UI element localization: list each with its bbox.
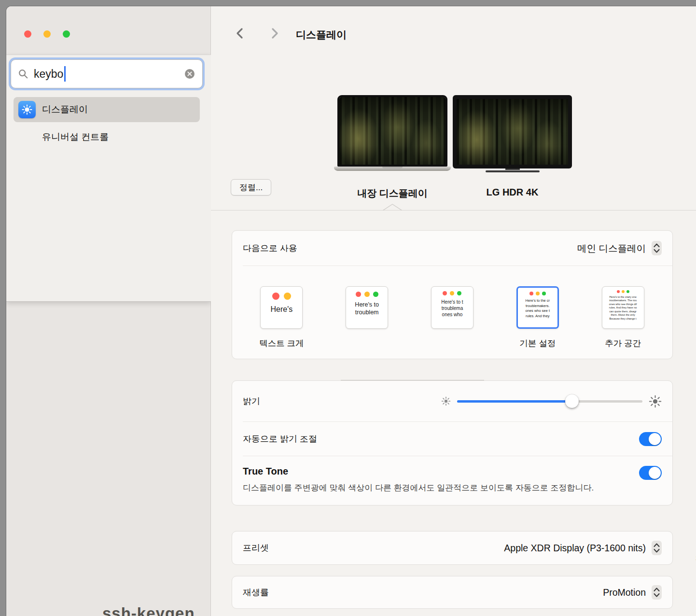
true-tone-row: True Tone 디스플레이를 주변광에 맞춰 색상이 다른 환경에서도 일관… bbox=[232, 456, 672, 505]
true-tone-label: True Tone bbox=[243, 466, 662, 477]
close-window-button[interactable] bbox=[24, 30, 31, 38]
use-as-value[interactable]: 메인 디스플레이 bbox=[577, 242, 646, 255]
text-size-option-default[interactable]: Here's to the cr troublemakers. ones who… bbox=[495, 286, 580, 349]
search-result-universal-control[interactable]: 유니버설 컨트롤 bbox=[14, 127, 200, 147]
display-mode-panel: 다음으로 사용 메인 디스플레이 Here's bbox=[232, 230, 673, 359]
brightness-low-icon bbox=[441, 396, 451, 406]
arrange-displays-button[interactable]: 정렬... bbox=[231, 179, 271, 196]
text-size-preview-card: Here's to t troublema ones who bbox=[431, 286, 473, 329]
selected-display-pointer bbox=[383, 204, 402, 210]
monitor-stand-base bbox=[486, 170, 540, 172]
chevron-up-down-icon bbox=[653, 586, 661, 599]
laptop-base bbox=[334, 167, 451, 171]
text-size-preview-card-selected: Here's to the cr troublemakers. ones who… bbox=[516, 286, 559, 329]
refresh-rate-label: 재생률 bbox=[243, 587, 269, 598]
chevron-left-icon bbox=[234, 27, 247, 40]
zoom-window-button[interactable] bbox=[63, 30, 70, 38]
search-query-text: keybo bbox=[34, 68, 63, 81]
text-size-option-3[interactable]: Here's to t troublema ones who bbox=[410, 286, 495, 349]
clear-search-button[interactable] bbox=[184, 68, 195, 80]
clear-icon bbox=[184, 68, 195, 80]
sidebar: keybo bbox=[6, 6, 211, 616]
builtin-display-name: 내장 디스플레이 bbox=[334, 187, 451, 200]
search-result-display[interactable]: 디스플레이 bbox=[14, 97, 200, 122]
text-size-options: Here's 텍스트 크게 Here's to troublem bbox=[232, 266, 672, 359]
preview-text: Here's to the cr troublemakers. ones who… bbox=[518, 298, 557, 319]
refresh-rate-dropdown[interactable] bbox=[652, 585, 662, 600]
text-size-option-label: 텍스트 크게 bbox=[259, 337, 304, 349]
system-settings-window: keybo bbox=[6, 6, 696, 616]
preset-label: 프리셋 bbox=[243, 542, 269, 554]
display-settings-icon bbox=[18, 101, 36, 118]
auto-brightness-toggle[interactable] bbox=[639, 432, 662, 446]
preset-row: 프리셋 Apple XDR Display (P3-1600 nits) bbox=[232, 532, 672, 564]
window-controls bbox=[24, 30, 70, 38]
forward-button[interactable] bbox=[268, 27, 280, 40]
brightness-label: 밝기 bbox=[243, 395, 260, 407]
use-as-row: 다음으로 사용 메인 디스플레이 bbox=[232, 231, 672, 266]
search-icon bbox=[18, 69, 28, 79]
builtin-display-screen bbox=[337, 95, 447, 167]
preset-value[interactable]: Apple XDR Display (P3-1600 nits) bbox=[504, 543, 646, 554]
back-button[interactable] bbox=[234, 27, 247, 40]
text-size-option-larger-text[interactable]: Here's 텍스트 크게 bbox=[239, 286, 324, 349]
toggle-knob bbox=[649, 467, 661, 479]
main-content: 디스플레이 내장 디스플레이 LG HDR 4K 정렬... 다음으로 사용 메… bbox=[211, 6, 696, 616]
preset-dropdown[interactable] bbox=[652, 541, 662, 555]
refresh-rate-row: 재생률 ProMotion bbox=[232, 576, 672, 608]
brightness-slider-fill bbox=[457, 400, 572, 403]
search-input[interactable]: keybo bbox=[11, 59, 203, 88]
preview-text: Here's to troublem bbox=[346, 301, 388, 317]
monitor-stand bbox=[505, 168, 520, 170]
use-as-label: 다음으로 사용 bbox=[243, 242, 297, 254]
true-tone-description: 디스플레이를 주변광에 맞춰 색상이 다른 환경에서도 일관적으로 보이도록 자… bbox=[243, 482, 598, 494]
minimize-window-button[interactable] bbox=[43, 30, 51, 38]
brightness-high-icon bbox=[649, 395, 662, 408]
search-result-label: 디스플레이 bbox=[42, 103, 88, 116]
chevron-right-icon bbox=[268, 27, 280, 40]
text-size-option-more-space[interactable]: Here's to the crazy one troublemakers. T… bbox=[580, 286, 666, 349]
auto-brightness-label: 자동으로 밝기 조절 bbox=[243, 433, 317, 445]
brightness-slider[interactable] bbox=[457, 394, 642, 408]
chevron-up-down-icon bbox=[653, 242, 661, 254]
auto-brightness-row: 자동으로 밝기 조절 bbox=[232, 422, 672, 456]
text-size-preview-card: Here's to the crazy one troublemakers. T… bbox=[602, 286, 644, 329]
brightness-panel: 밝기 bbox=[232, 380, 673, 505]
builtin-display-thumbnail[interactable] bbox=[334, 95, 451, 171]
text-size-preview-card: Here's bbox=[260, 286, 303, 329]
text-size-option-label: 기본 설정 bbox=[519, 337, 556, 349]
brightness-row: 밝기 bbox=[232, 381, 672, 421]
search-results-panel: keybo bbox=[6, 55, 211, 302]
text-cursor bbox=[64, 66, 66, 82]
preview-text: Here's to the crazy one troublemakers. T… bbox=[602, 295, 644, 321]
use-as-dropdown[interactable] bbox=[652, 241, 662, 255]
external-display-thumbnail[interactable] bbox=[453, 95, 572, 172]
background-terminal-text: ssh-keygen bbox=[102, 604, 195, 616]
search-result-label: 유니버설 컨트롤 bbox=[42, 131, 109, 143]
preset-panel: 프리셋 Apple XDR Display (P3-1600 nits) bbox=[232, 531, 673, 565]
preview-text: Here's to t troublema ones who bbox=[432, 299, 473, 318]
preview-text: Here's bbox=[261, 305, 302, 314]
true-tone-toggle[interactable] bbox=[639, 466, 662, 480]
refresh-rate-panel: 재생률 ProMotion bbox=[232, 576, 673, 609]
text-size-option-label: 추가 공간 bbox=[605, 337, 641, 349]
external-display-name: LG HDR 4K bbox=[453, 187, 572, 198]
page-title: 디스플레이 bbox=[296, 28, 347, 42]
brightness-slider-knob[interactable] bbox=[565, 394, 579, 408]
section-divider bbox=[211, 210, 696, 210]
refresh-rate-value[interactable]: ProMotion bbox=[603, 587, 646, 598]
text-size-option-2[interactable]: Here's to troublem bbox=[324, 286, 410, 349]
external-display-screen bbox=[453, 95, 572, 168]
text-size-preview-card: Here's to troublem bbox=[346, 286, 388, 329]
toggle-knob bbox=[649, 433, 661, 445]
chevron-up-down-icon bbox=[653, 542, 661, 554]
